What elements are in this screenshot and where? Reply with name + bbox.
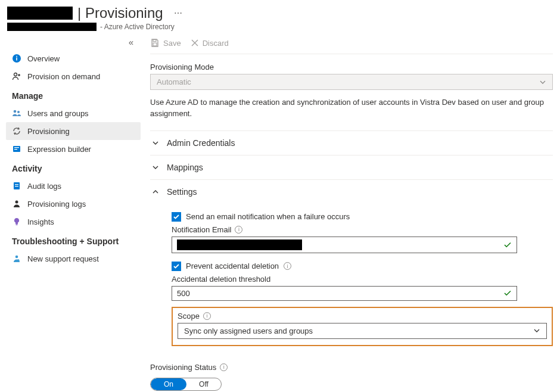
notification-email-input[interactable]	[172, 237, 517, 253]
chevron-down-icon	[151, 139, 160, 147]
discard-label: Discard	[203, 39, 229, 48]
info-icon[interactable]: i	[220, 363, 228, 371]
redacted-tenant-name	[7, 23, 97, 31]
provisioning-mode-label: Provisioning Mode	[150, 63, 553, 71]
sidebar-item-label: Users and groups	[27, 109, 89, 118]
sidebar-item-provision-on-demand[interactable]: Provision on demand	[6, 67, 141, 85]
save-button[interactable]: Save	[150, 38, 181, 48]
sidebar-item-insights[interactable]: Insights	[6, 213, 141, 231]
info-icon	[12, 54, 21, 63]
info-icon[interactable]: i	[203, 312, 211, 320]
page-title: | Provisioning	[77, 5, 163, 21]
page-header: | Provisioning ⋯ - Azure Active Director…	[0, 0, 560, 35]
section-admin-credentials[interactable]: Admin Credentials	[150, 130, 553, 155]
person-plus-icon	[12, 71, 21, 81]
threshold-label: Accidental deletion threshold	[172, 275, 270, 284]
svg-rect-8	[14, 149, 17, 150]
sidebar-heading-activity: Activity	[6, 158, 141, 177]
sync-icon	[12, 126, 21, 136]
section-title: Admin Credentials	[167, 138, 235, 148]
sidebar-item-overview[interactable]: Overview	[6, 49, 141, 67]
close-icon	[191, 39, 199, 47]
valid-check-icon	[503, 289, 512, 297]
sidebar-item-label: Provisioning	[27, 127, 70, 136]
svg-rect-11	[15, 186, 18, 186]
svg-point-4	[14, 110, 17, 113]
notification-email-label: Notification Email	[172, 225, 231, 234]
svg-point-12	[15, 201, 18, 204]
sidebar-item-users-groups[interactable]: Users and groups	[6, 104, 141, 122]
section-title: Mappings	[167, 163, 203, 172]
send-email-checkbox[interactable]	[172, 212, 181, 222]
svg-point-5	[17, 111, 20, 113]
scope-highlight: Scope i Sync only assigned users and gro…	[172, 307, 553, 346]
more-actions-icon[interactable]: ⋯	[174, 8, 182, 18]
main-content: Save Discard Provisioning Mode Automatic…	[143, 35, 560, 392]
provisioning-status-toggle[interactable]: On Off	[150, 378, 222, 391]
info-icon[interactable]: i	[284, 262, 291, 270]
sidebar-item-label: New support request	[27, 254, 99, 263]
sidebar-item-label: Provisioning logs	[27, 200, 86, 209]
toggle-on: On	[151, 378, 186, 390]
chevron-down-icon	[539, 79, 546, 86]
save-label: Save	[163, 39, 181, 48]
provisioning-description: Use Azure AD to manage the creation and …	[150, 97, 553, 120]
provisioning-status-label: Provisioning Status	[150, 363, 216, 372]
sidebar-item-label: Insights	[27, 217, 54, 226]
insights-icon	[12, 217, 21, 226]
audit-icon	[12, 181, 21, 191]
valid-check-icon	[503, 241, 512, 249]
redacted-app-name	[7, 7, 73, 20]
threshold-input[interactable]: 500	[172, 286, 517, 301]
chevron-down-icon	[151, 164, 160, 171]
svg-rect-16	[17, 260, 20, 260]
sidebar-item-provisioning-logs[interactable]: Provisioning logs	[6, 195, 141, 213]
sidebar: « Overview Provision on demand Manage Us…	[0, 35, 143, 392]
prevent-delete-label: Prevent accidental deletion	[186, 262, 279, 270]
svg-rect-18	[153, 43, 157, 46]
sidebar-item-new-support-request[interactable]: New support request	[6, 250, 141, 267]
sidebar-item-label: Expression builder	[27, 145, 91, 154]
section-settings[interactable]: Settings	[150, 179, 553, 204]
discard-button[interactable]: Discard	[191, 39, 229, 48]
sidebar-heading-troubleshoot: Troubleshooting + Support	[6, 231, 141, 250]
svg-rect-13	[16, 225, 18, 226]
sidebar-heading-manage: Manage	[6, 85, 141, 104]
toggle-off: Off	[186, 378, 221, 390]
svg-rect-10	[15, 184, 18, 185]
section-mappings[interactable]: Mappings	[150, 155, 553, 179]
svg-rect-17	[153, 40, 156, 42]
collapse-sidebar-icon[interactable]: «	[6, 37, 141, 49]
section-title: Settings	[167, 187, 197, 197]
sidebar-item-provisioning[interactable]: Provisioning	[6, 122, 141, 140]
send-email-label: Send an email notification when a failur…	[186, 212, 350, 221]
prevent-delete-checkbox[interactable]	[172, 262, 181, 271]
log-icon	[12, 199, 21, 209]
settings-body: Send an email notification when a failur…	[150, 204, 553, 353]
sidebar-item-audit-logs[interactable]: Audit logs	[6, 177, 141, 195]
redacted-email-value	[177, 239, 302, 250]
chevron-up-icon	[151, 188, 160, 195]
threshold-value: 500	[177, 289, 190, 298]
sidebar-item-label: Provision on demand	[27, 72, 100, 81]
chevron-down-icon	[533, 327, 540, 334]
sidebar-item-label: Overview	[27, 54, 60, 63]
sidebar-item-label: Audit logs	[27, 182, 61, 191]
info-icon[interactable]: i	[235, 226, 242, 234]
support-icon	[12, 254, 21, 263]
svg-point-3	[14, 73, 17, 76]
save-icon	[150, 38, 160, 48]
toolbar: Save Discard	[150, 35, 553, 54]
scope-select[interactable]: Sync only assigned users and groups	[178, 323, 547, 339]
svg-rect-1	[16, 58, 17, 61]
svg-rect-2	[16, 56, 17, 57]
breadcrumb: - Azure Active Directory	[100, 23, 175, 31]
users-icon	[12, 108, 21, 118]
provisioning-mode-select[interactable]: Automatic	[150, 74, 553, 90]
scope-label: Scope	[178, 312, 200, 321]
builder-icon	[12, 144, 21, 154]
scope-value: Sync only assigned users and groups	[184, 326, 313, 335]
sidebar-item-expression-builder[interactable]: Expression builder	[6, 140, 141, 158]
svg-rect-7	[14, 147, 19, 148]
svg-point-14	[15, 256, 18, 259]
